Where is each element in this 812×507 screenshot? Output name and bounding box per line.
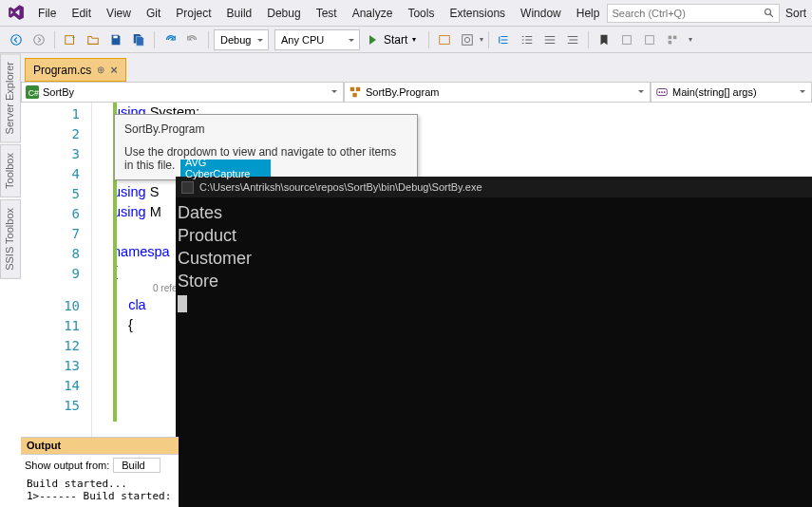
output-text: Build started... 1>------ Build started:… [21, 476, 179, 504]
menu-extensions[interactable]: Extensions [442, 3, 513, 24]
sidebar-tabs: Server Explorer Toolbox SSIS Toolbox [0, 53, 21, 281]
save-button[interactable] [105, 29, 126, 50]
svg-rect-6 [113, 35, 117, 38]
class-icon [349, 85, 362, 99]
svg-line-1 [770, 13, 773, 16]
search-icon [764, 8, 775, 19]
method-icon [655, 85, 669, 99]
play-icon [369, 35, 381, 45]
toolbar-button-2[interactable] [457, 29, 478, 50]
platform-dropdown[interactable]: Any CPU [274, 29, 360, 50]
svg-rect-13 [673, 35, 677, 39]
bookmark-icon[interactable] [594, 29, 614, 50]
svg-rect-19 [352, 93, 356, 97]
toolbar-button-5[interactable] [539, 29, 560, 50]
config-dropdown[interactable]: Debug [214, 29, 269, 50]
open-button[interactable] [83, 29, 104, 50]
menu-project[interactable]: Project [168, 3, 218, 24]
search-field[interactable] [612, 8, 764, 19]
console-output: Dates Product Customer Store [176, 197, 812, 319]
menu-bar: File Edit View Git Project Build Debug T… [0, 0, 812, 27]
nav-bar: C# SortBy SortBy.Program Main(string[] a… [21, 82, 812, 103]
svg-point-3 [34, 34, 45, 45]
svg-text:C#: C# [28, 88, 39, 98]
svg-point-23 [664, 91, 666, 93]
line-gutter: 1 2 3 4 5 6 7 8 9 10 11 12 13 14 15 [21, 103, 92, 437]
toolbar-button-4[interactable] [517, 29, 538, 50]
toolbar-button-6[interactable] [562, 29, 583, 50]
console-icon [181, 181, 194, 194]
doc-tab-program[interactable]: Program.cs ⊕ × [25, 58, 126, 82]
start-button[interactable]: Start ▾ [362, 29, 424, 50]
new-project-button[interactable]: + [60, 29, 81, 50]
menu-build[interactable]: Build [219, 3, 260, 24]
svg-rect-12 [669, 35, 672, 39]
nav-project-dropdown[interactable]: C# SortBy [21, 82, 344, 103]
console-titlebar[interactable]: C:\Users\Antriksh\source\repos\SortBy\bi… [176, 177, 812, 197]
menu-file[interactable]: File [30, 3, 64, 24]
svg-point-9 [465, 37, 470, 42]
csharp-icon: C# [26, 85, 39, 99]
cursor [178, 295, 187, 312]
output-title[interactable]: Output [21, 438, 179, 455]
vtab-toolbox[interactable]: Toolbox [0, 144, 21, 197]
menu-edit[interactable]: Edit [64, 3, 99, 24]
toolbar-button-3[interactable] [494, 29, 515, 50]
svg-rect-18 [356, 87, 360, 91]
output-source-dropdown[interactable]: Build [113, 458, 161, 473]
output-toolbar: Show output from: Build [21, 455, 179, 476]
toolbar-button-9[interactable] [662, 29, 683, 50]
close-icon[interactable]: × [110, 63, 118, 77]
forward-button[interactable] [28, 29, 49, 50]
menu-help[interactable]: Help [569, 3, 608, 24]
menu-window[interactable]: Window [513, 3, 569, 24]
redo-button[interactable] [182, 29, 203, 50]
menu-git[interactable]: Git [139, 3, 168, 24]
toolbar-button-7[interactable] [616, 29, 637, 50]
svg-point-2 [11, 34, 22, 45]
svg-rect-8 [463, 34, 473, 45]
svg-point-21 [659, 91, 661, 93]
vtab-server-explorer[interactable]: Server Explorer [0, 53, 21, 142]
menu-analyze[interactable]: Analyze [345, 3, 401, 24]
svg-point-0 [765, 9, 770, 14]
pin-icon[interactable]: ⊕ [97, 65, 104, 75]
output-panel: Output Show output from: Build Build sta… [21, 437, 179, 507]
nav-member-dropdown[interactable]: Main(string[] args) [651, 82, 812, 103]
back-button[interactable] [6, 29, 27, 50]
svg-rect-11 [646, 35, 654, 44]
doc-tab-bar: Program.cs ⊕ × [21, 53, 812, 82]
menu-debug[interactable]: Debug [259, 3, 308, 24]
output-show-label: Show output from: [25, 460, 109, 471]
vs-logo-icon [8, 4, 25, 23]
menu-view[interactable]: View [99, 3, 139, 24]
svg-point-22 [661, 91, 663, 93]
toolbar-button-8[interactable] [639, 29, 660, 50]
undo-button[interactable] [160, 29, 180, 50]
console-window[interactable]: C:\Users\Antriksh\source\repos\SortBy\bi… [176, 177, 812, 507]
menu-test[interactable]: Test [309, 3, 345, 24]
nav-class-dropdown[interactable]: SortBy.Program [344, 82, 651, 103]
svg-rect-14 [669, 40, 672, 44]
svg-rect-17 [350, 87, 354, 91]
vtab-ssis-toolbox[interactable]: SSIS Toolbox [0, 199, 21, 279]
menu-tools[interactable]: Tools [400, 3, 442, 24]
save-all-button[interactable] [128, 29, 149, 50]
right-label: Sort [785, 7, 806, 20]
toolbar-button-1[interactable] [434, 29, 455, 50]
svg-text:+: + [72, 33, 76, 40]
toolbar: + Debug Any CPU Start ▾ ▾ ▾ [0, 27, 812, 53]
svg-rect-10 [623, 35, 632, 44]
avg-banner: AVG CyberCapture [180, 160, 271, 177]
svg-rect-7 [440, 35, 450, 44]
search-input[interactable] [607, 4, 780, 23]
